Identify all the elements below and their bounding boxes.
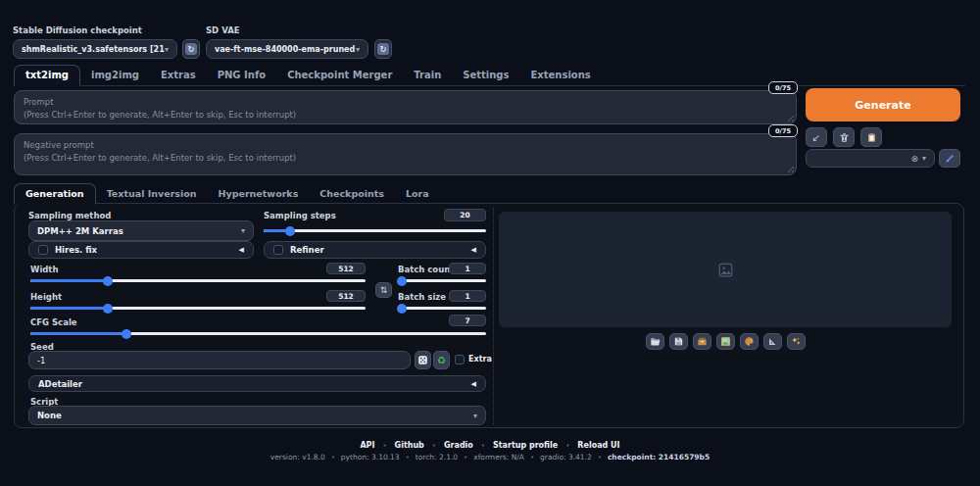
vae-dropdown[interactable]: vae-ft-mse-840000-ema-pruned.ckpt ▾ (206, 39, 368, 59)
slider-thumb[interactable] (103, 276, 113, 286)
tab-generation[interactable]: Generation (14, 183, 96, 205)
vae-refresh-button[interactable]: ↻ (374, 39, 392, 59)
batch-count-slider[interactable] (400, 279, 486, 282)
tab-train[interactable]: Train (403, 66, 452, 85)
tab-img2img[interactable]: img2img (80, 66, 150, 85)
bullet-separator: • (406, 454, 410, 462)
width-label: Width (30, 265, 59, 274)
ruler-icon (767, 336, 778, 347)
batch-size-slider[interactable] (400, 307, 486, 310)
width-value[interactable]: 512 (326, 263, 366, 274)
height-slider[interactable] (30, 307, 366, 310)
tab-extensions[interactable]: Extensions (519, 66, 601, 85)
slider-thumb[interactable] (103, 304, 113, 314)
tab-checkpoint-merger[interactable]: Checkpoint Merger (276, 66, 403, 85)
upscale-button[interactable] (787, 333, 806, 350)
tab-png-info[interactable]: PNG Info (207, 66, 276, 85)
tab-extras[interactable]: Extras (150, 66, 207, 85)
sampling-steps-slider[interactable] (264, 229, 486, 232)
height-label: Height (30, 292, 62, 302)
sampling-method-dropdown[interactable]: DPM++ 2M Karras ▾ (28, 220, 254, 241)
clear-prompt-button[interactable] (833, 127, 855, 147)
save-zip-button[interactable] (693, 333, 711, 350)
send-to-inpaint-button[interactable] (740, 333, 759, 350)
tab-settings[interactable]: Settings (452, 66, 519, 85)
clear-styles-icon[interactable]: ⊗ (910, 154, 918, 164)
trash-icon (839, 132, 850, 143)
pencil-icon (945, 153, 956, 164)
seed-input[interactable]: -1 (28, 351, 411, 369)
tab-txt2img[interactable]: txt2img (14, 65, 80, 86)
height-value[interactable]: 512 (326, 290, 366, 302)
negative-prompt-input[interactable]: Negative prompt (Press Ctrl+Enter to gen… (14, 133, 797, 175)
collapse-triangle-icon: ◀ (239, 246, 244, 254)
send-to-img2img-button[interactable] (716, 333, 735, 350)
batch-size-value[interactable]: 1 (449, 290, 486, 302)
batch-count-value[interactable]: 1 (449, 263, 486, 274)
version-checkpoint: checkpoint: 21416579b5 (608, 453, 710, 462)
resize-handle[interactable] (786, 114, 794, 122)
paste-generation-params-button[interactable]: ↙ (806, 127, 827, 147)
negative-placeholder-title: Negative prompt (24, 139, 787, 152)
prompt-input[interactable]: Prompt (Press Ctrl+Enter to generate, Al… (14, 90, 797, 124)
arrow-down-left-icon: ↙ (812, 132, 820, 143)
refiner-label: Refiner (290, 245, 324, 255)
reuse-seed-button[interactable]: ♻ (433, 351, 450, 369)
extra-seed-checkbox[interactable] (455, 355, 465, 364)
sampling-method-label: Sampling method (28, 211, 111, 220)
refresh-icon: ↻ (377, 43, 389, 55)
footer-link-startup-profile[interactable]: Startup profile (493, 441, 558, 450)
batch-size-label: Batch size (398, 292, 446, 302)
slider-thumb[interactable] (122, 329, 131, 339)
slider-thumb[interactable] (397, 276, 407, 286)
bullet-separator: • (481, 442, 485, 450)
checkpoint-dropdown[interactable]: shmRealistic_v3.safetensors [21416579b5]… (13, 39, 177, 59)
swap-dimensions-button[interactable]: ⇅ (375, 282, 392, 298)
open-folder-button[interactable] (646, 333, 664, 350)
checkpoint-refresh-button[interactable]: ↻ (182, 39, 200, 59)
apply-styles-button[interactable] (860, 127, 882, 147)
refiner-checkbox[interactable] (273, 245, 283, 255)
sampling-steps-value[interactable]: 20 (444, 209, 486, 221)
slider-thumb[interactable] (285, 226, 295, 236)
panel-divider (493, 208, 494, 424)
version-gradio: gradio: 3.41.2 (540, 453, 592, 462)
tab-checkpoints[interactable]: Checkpoints (309, 184, 395, 204)
version-app: version: v1.8.0 (270, 453, 325, 462)
tab-hypernetworks[interactable]: Hypernetworks (208, 184, 310, 204)
hires-fix-accordion[interactable]: Hires. fix ◀ (28, 241, 254, 259)
footer-link-github[interactable]: Github (395, 441, 424, 450)
generate-button[interactable]: Generate (806, 88, 960, 122)
bullet-separator: • (382, 442, 386, 450)
generation-panel: Sampling method DPM++ 2M Karras ▾ Sampli… (14, 203, 964, 428)
footer-links: API • Github • Gradio • Startup profile … (0, 441, 980, 450)
resize-handle[interactable] (786, 165, 794, 172)
send-to-extras-button[interactable] (763, 333, 782, 350)
hires-fix-label: Hires. fix (55, 245, 97, 255)
seed-value: -1 (37, 356, 45, 365)
footer-link-api[interactable]: API (360, 441, 374, 450)
width-slider[interactable] (30, 279, 366, 282)
sampling-method-value: DPM++ 2M Karras (37, 226, 123, 236)
output-gallery[interactable] (499, 212, 952, 327)
slider-thumb[interactable] (397, 304, 407, 314)
tab-lora[interactable]: Lora (395, 184, 440, 204)
cfg-scale-value[interactable]: 7 (449, 315, 486, 326)
styles-dropdown[interactable]: ⊗ ▾ (806, 149, 935, 168)
tab-textual-inversion[interactable]: Textual Inversion (96, 184, 208, 204)
picture-icon (720, 336, 731, 347)
cfg-scale-slider[interactable] (30, 332, 486, 335)
edit-styles-button[interactable] (939, 149, 960, 168)
chevron-down-icon: ▾ (165, 45, 169, 54)
checkpoint-label: Stable Diffusion checkpoint (13, 25, 142, 35)
save-image-button[interactable] (669, 333, 688, 350)
chevron-down-icon: ▾ (473, 412, 477, 420)
footer-version: version: v1.8.0 • python: 3.10.13 • torc… (0, 453, 980, 462)
hires-fix-checkbox[interactable] (38, 245, 48, 255)
script-dropdown[interactable]: None ▾ (28, 406, 486, 425)
footer-link-reload-ui[interactable]: Reload UI (577, 441, 619, 450)
random-seed-button[interactable] (415, 351, 431, 369)
adetailer-accordion[interactable]: ADetailer ◀ (28, 375, 486, 392)
footer-link-gradio[interactable]: Gradio (444, 441, 473, 450)
refiner-accordion[interactable]: Refiner ◀ (264, 241, 486, 259)
